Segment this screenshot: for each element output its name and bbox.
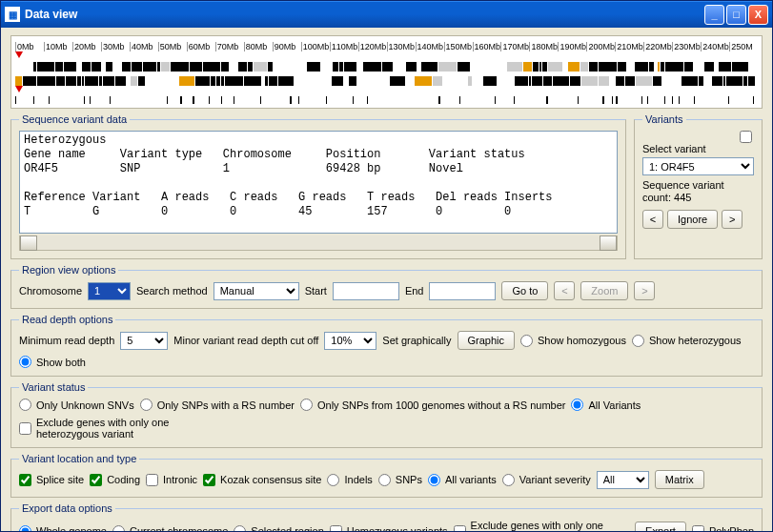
export-legend: Export data options [19,502,115,514]
horizontal-scrollbar[interactable] [19,235,618,251]
end-input[interactable] [429,282,496,300]
matrix-button[interactable]: Matrix [655,470,704,489]
chromosome-panel: 0Mb10Mb20Mb30Mb40Mb50Mb60Mb70Mb80Mb90Mb1… [10,35,763,109]
exclude-hetero-checkbox[interactable]: Exclude genes with only one heterozygous… [19,417,181,440]
position-marker-icon [15,51,23,58]
sequence-text[interactable]: Heterozygous Gene name Variant type Chro… [19,131,618,234]
severity-radio[interactable]: Variant severity [502,474,591,486]
read-depth-options: Read depth options Minimum read depth 5 … [10,314,763,377]
all-variants-radio[interactable]: All Variants [571,399,641,411]
min-depth-select[interactable]: 5 [120,332,168,350]
variants-panel: Variants Select variant 1: OR4F5 Sequenc… [634,113,763,259]
ignore-button[interactable]: Ignore [667,210,718,229]
variant-count-label: Sequence variant count: 445 [642,179,754,204]
region-prev-button[interactable]: < [554,281,575,300]
minimize-button[interactable]: _ [704,5,724,25]
close-window-button[interactable]: X [748,5,768,25]
coding-checkbox[interactable]: Coding [90,474,140,486]
ideogram-2[interactable] [15,76,758,86]
sequence-variant-data: Sequence variant data Heterozygous Gene … [10,113,626,259]
titlebar: ▦ Data view _ □ X [1,1,772,28]
variant-location-type: Variant location and type Splice site Co… [10,453,763,498]
intronic-checkbox[interactable]: Intronic [146,474,197,486]
snps-radio[interactable]: SNPs [378,474,422,486]
kozak-checkbox[interactable]: Kozak consensus site [203,474,321,486]
region-legend: Region view options [19,264,118,276]
variants-legend: Variants [642,113,686,125]
region-next-button[interactable]: > [634,281,655,300]
homozygous-checkbox[interactable]: Homozygous variants [330,525,448,532]
chromosome-label: Chromosome [19,285,82,297]
ruler: 0Mb10Mb20Mb30Mb40Mb50Mb60Mb70Mb80Mb90Mb1… [15,42,758,51]
polyphen-checkbox[interactable]: PolyPhen [692,525,754,532]
region-view-options: Region view options Chromosome 1 Search … [10,264,763,309]
cutoff-label: Minor variant read depth cut off [173,335,318,346]
window: ▦ Data view _ □ X 0Mb10Mb20Mb30Mb40Mb50M… [0,0,773,532]
min-depth-label: Minimum read depth [19,335,114,346]
ideogram-1[interactable] [15,62,758,72]
loc-legend: Variant location and type [19,453,139,464]
window-title: Data view [25,8,77,21]
app-icon: ▦ [5,7,20,22]
1000g-radio[interactable]: Only SNPs from 1000 genomes without a RS… [300,399,565,411]
set-graphically-label: Set graphically [382,335,451,346]
end-label: End [405,285,424,297]
select-variant-label: Select variant [642,143,754,154]
export-data-options: Export data options Whole genome Current… [10,502,763,531]
zoom-button[interactable]: Zoom [580,281,628,300]
start-label: Start [305,285,327,297]
exclude-export-checkbox[interactable]: Exclude genes with only one heterozygous… [454,520,616,531]
select-variant-dropdown[interactable]: 1: OR4F5 [642,157,754,175]
current-chr-radio[interactable]: Current chromosome [112,525,228,532]
start-input[interactable] [333,282,399,300]
search-method-label: Search method [136,285,208,297]
show-both-radio[interactable]: Show both [19,356,86,368]
cutoff-select[interactable]: 10% [324,332,376,350]
chromosome-select[interactable]: 1 [88,282,131,300]
status-legend: Variant status [19,381,88,393]
next-variant-button[interactable]: > [722,210,742,229]
selected-region-radio[interactable]: Selected region [234,525,323,532]
splice-checkbox[interactable]: Splice site [19,474,84,486]
position-marker-icon [15,86,23,92]
all-variants-loc-radio[interactable]: All variants [428,474,497,486]
variant-track[interactable] [15,96,758,104]
variant-status: Variant status Only Unknown SNVs Only SN… [10,381,763,448]
search-method-select[interactable]: Manual [214,282,299,300]
maximize-button[interactable]: □ [726,5,746,25]
export-button[interactable]: Export [635,522,686,531]
rs-number-radio[interactable]: Only SNPs with a RS number [140,399,295,411]
depth-legend: Read depth options [19,314,115,325]
goto-button[interactable]: Go to [501,281,548,300]
unknown-snvs-radio[interactable]: Only Unknown SNVs [19,399,134,411]
show-heterozygous-radio[interactable]: Show heterozygous [632,335,742,347]
whole-genome-radio[interactable]: Whole genome [19,525,107,532]
show-homozygous-radio[interactable]: Show homozygous [520,335,626,347]
graphic-button[interactable]: Graphic [458,331,516,350]
indels-radio[interactable]: Indels [327,474,372,486]
variants-checkbox[interactable] [740,131,752,143]
sequence-legend: Sequence variant data [19,113,130,125]
prev-variant-button[interactable]: < [642,210,663,229]
severity-select[interactable]: All [597,471,649,489]
